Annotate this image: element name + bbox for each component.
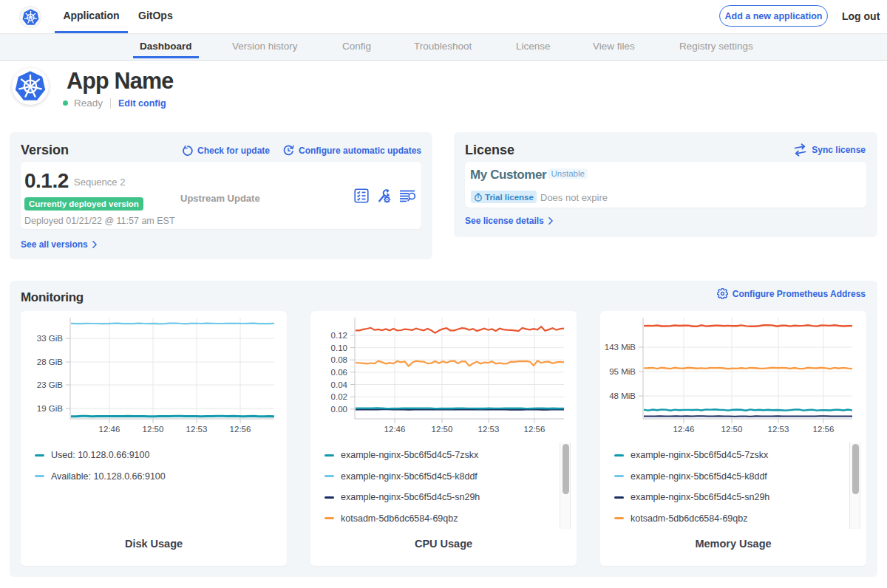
- svg-text:33 GiB: 33 GiB: [37, 334, 63, 343]
- svg-text:12:56: 12:56: [524, 425, 546, 434]
- svg-text:12:46: 12:46: [673, 425, 695, 434]
- svg-text:12:50: 12:50: [143, 425, 164, 434]
- svg-text:12:50: 12:50: [432, 425, 453, 434]
- svg-text:0.08: 0.08: [331, 355, 347, 364]
- svg-text:0.00: 0.00: [331, 405, 347, 414]
- svg-text:12:53: 12:53: [768, 425, 789, 434]
- svg-text:12:46: 12:46: [384, 425, 406, 434]
- svg-text:48 MiB: 48 MiB: [609, 392, 636, 400]
- svg-text:28 GiB: 28 GiB: [37, 358, 63, 366]
- svg-text:19 GiB: 19 GiB: [37, 404, 63, 413]
- svg-text:95 MiB: 95 MiB: [609, 367, 636, 376]
- svg-text:0.06: 0.06: [331, 368, 347, 377]
- svg-text:0.12: 0.12: [331, 331, 347, 340]
- svg-text:12:53: 12:53: [478, 425, 500, 434]
- svg-text:12:46: 12:46: [99, 425, 120, 434]
- svg-text:143 MiB: 143 MiB: [605, 343, 636, 352]
- svg-text:12:53: 12:53: [186, 425, 208, 434]
- svg-text:0.02: 0.02: [331, 392, 347, 401]
- svg-text:0.04: 0.04: [331, 380, 348, 389]
- svg-text:12:56: 12:56: [230, 425, 251, 434]
- svg-text:0.10: 0.10: [331, 343, 347, 352]
- svg-text:12:50: 12:50: [721, 425, 743, 434]
- svg-text:12:56: 12:56: [813, 425, 835, 434]
- svg-text:23 GiB: 23 GiB: [37, 380, 63, 389]
